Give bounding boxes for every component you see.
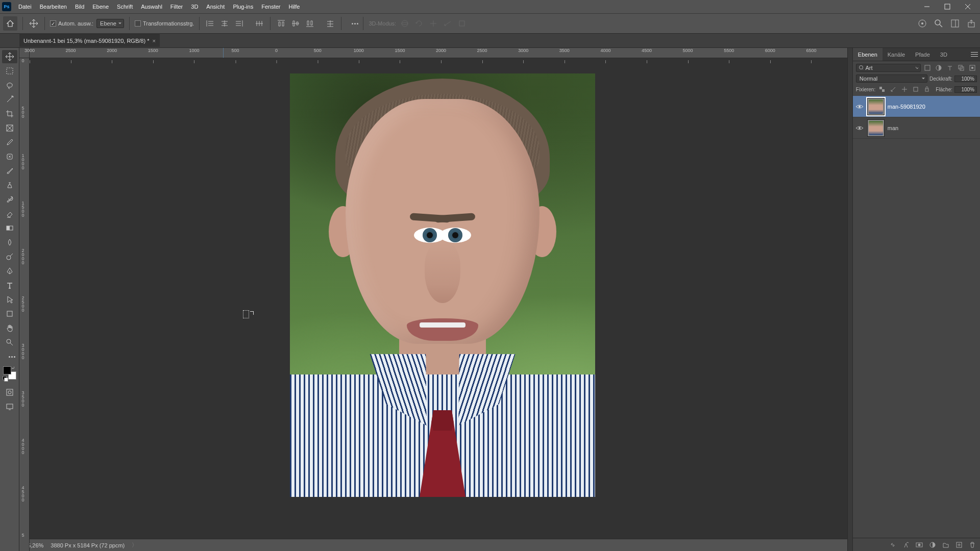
align-right-icon[interactable] xyxy=(233,18,244,29)
layer-mask-icon[interactable] xyxy=(915,540,924,549)
align-bottom-icon[interactable] xyxy=(304,18,315,29)
layer-filter-search[interactable] xyxy=(856,64,921,72)
foreground-color-swatch[interactable] xyxy=(3,366,11,374)
marquee-tool[interactable] xyxy=(2,64,17,78)
panel-menu-icon[interactable] xyxy=(969,48,980,61)
zoom-tool[interactable] xyxy=(2,336,17,349)
auto-select-checkbox[interactable]: Autom. ausw.: xyxy=(50,20,93,27)
move-tool[interactable] xyxy=(2,50,17,63)
canvas-area[interactable]: 3000250020001500100050005001000150020002… xyxy=(19,48,847,551)
status-flyout-icon[interactable]: 〉 xyxy=(132,541,137,549)
distribute-h-icon[interactable] xyxy=(254,18,265,29)
crop-tool[interactable] xyxy=(2,107,17,120)
cloud-docs-icon[interactable] xyxy=(917,18,928,29)
delete-layer-icon[interactable] xyxy=(968,540,977,549)
layer-name[interactable]: man xyxy=(888,125,898,131)
menu-file[interactable]: Datei xyxy=(14,0,36,13)
visibility-toggle-icon[interactable] xyxy=(855,102,864,111)
lock-transparency-icon[interactable] xyxy=(877,85,887,94)
filter-pixel-icon[interactable] xyxy=(923,63,932,72)
document-image[interactable] xyxy=(290,73,595,497)
path-selection-tool[interactable] xyxy=(2,293,17,306)
menu-layer[interactable]: Ebene xyxy=(88,0,113,13)
quick-mask-icon[interactable] xyxy=(2,386,17,399)
menu-edit[interactable]: Bearbeiten xyxy=(36,0,71,13)
filter-smart-icon[interactable] xyxy=(968,63,977,72)
lock-pixels-icon[interactable] xyxy=(889,85,898,94)
group-icon[interactable] xyxy=(941,540,950,549)
more-align-icon[interactable] xyxy=(347,18,358,29)
color-swatches[interactable]: ⤾ xyxy=(3,366,16,380)
brush-tool[interactable] xyxy=(2,164,17,178)
home-button[interactable] xyxy=(3,16,17,31)
collapsed-panel-strip[interactable] xyxy=(847,48,852,551)
lasso-tool[interactable] xyxy=(2,79,17,92)
opacity-value[interactable]: 100% xyxy=(954,76,977,82)
filter-type-icon[interactable] xyxy=(945,63,954,72)
shape-tool[interactable] xyxy=(2,307,17,320)
menu-help[interactable]: Hilfe xyxy=(284,0,304,13)
lock-all-icon[interactable] xyxy=(922,85,932,94)
tab-layers[interactable]: Ebenen xyxy=(853,48,883,61)
gradient-tool[interactable] xyxy=(2,221,17,235)
document-tab[interactable]: Unbenannt-1 bei 15,3% (man-59081920, RGB… xyxy=(19,34,160,47)
edit-toolbar-icon[interactable] xyxy=(2,350,17,363)
document-info[interactable]: 3880 Px x 5184 Px (72 ppcm) xyxy=(51,542,125,548)
tab-channels[interactable]: Kanäle xyxy=(883,48,910,61)
menu-type[interactable]: Schrift xyxy=(113,0,137,13)
layer-row[interactable]: man-59081920 xyxy=(853,96,980,117)
layer-thumbnail[interactable] xyxy=(867,119,885,137)
align-center-h-icon[interactable] xyxy=(219,18,230,29)
link-layers-icon[interactable] xyxy=(888,540,897,549)
horizontal-ruler[interactable]: 3000250020001500100050005001000150020002… xyxy=(30,48,847,58)
auto-select-target-dropdown[interactable]: Ebene xyxy=(96,19,124,28)
window-minimize-button[interactable] xyxy=(917,0,937,13)
menu-view[interactable]: Ansicht xyxy=(202,0,229,13)
menu-3d[interactable]: 3D xyxy=(187,0,202,13)
new-layer-icon[interactable] xyxy=(954,540,964,549)
frame-tool[interactable] xyxy=(2,121,17,135)
lock-artboard-icon[interactable] xyxy=(911,85,920,94)
lock-position-icon[interactable] xyxy=(900,85,909,94)
layer-name[interactable]: man-59081920 xyxy=(888,104,925,110)
fill-value[interactable]: 100% xyxy=(954,86,977,93)
vertical-ruler[interactable]: 0500100015002000250030003500400045005 xyxy=(19,58,30,551)
search-icon[interactable] xyxy=(933,18,944,29)
layer-filter-input[interactable] xyxy=(865,65,913,71)
wand-tool[interactable] xyxy=(2,93,17,106)
healing-brush-tool[interactable] xyxy=(2,150,17,163)
dodge-tool[interactable] xyxy=(2,250,17,263)
canvas[interactable] xyxy=(30,58,847,539)
workspace-icon[interactable] xyxy=(949,18,961,29)
eraser-tool[interactable] xyxy=(2,207,17,220)
layer-row[interactable]: man xyxy=(853,117,980,139)
layer-style-icon[interactable] xyxy=(901,540,911,549)
history-brush-tool[interactable] xyxy=(2,193,17,206)
default-colors-icon[interactable] xyxy=(3,376,7,380)
menu-image[interactable]: Bild xyxy=(71,0,88,13)
blur-tool[interactable] xyxy=(2,236,17,249)
adjustment-layer-icon[interactable] xyxy=(928,540,937,549)
window-close-button[interactable] xyxy=(958,0,978,13)
menu-select[interactable]: Auswahl xyxy=(137,0,166,13)
menu-plugins[interactable]: Plug-ins xyxy=(229,0,257,13)
window-maximize-button[interactable] xyxy=(937,0,958,13)
swap-colors-icon[interactable]: ⤾ xyxy=(11,365,17,371)
distribute-v-icon[interactable] xyxy=(325,18,336,29)
align-left-icon[interactable] xyxy=(205,18,216,29)
hand-tool[interactable] xyxy=(2,321,17,335)
clone-stamp-tool[interactable] xyxy=(2,179,17,192)
share-icon[interactable] xyxy=(966,18,977,29)
filter-adjust-icon[interactable] xyxy=(934,63,943,72)
transform-controls-checkbox[interactable]: Transformationsstrg. xyxy=(135,20,194,27)
layer-thumbnail[interactable] xyxy=(867,98,885,115)
tab-3d[interactable]: 3D xyxy=(935,48,952,61)
menu-window[interactable]: Fenster xyxy=(257,0,284,13)
close-tab-icon[interactable]: × xyxy=(152,35,155,47)
align-center-v-icon[interactable] xyxy=(290,18,301,29)
filter-shape-icon[interactable] xyxy=(957,63,966,72)
align-top-icon[interactable] xyxy=(276,18,287,29)
screen-mode-icon[interactable] xyxy=(2,400,17,413)
layers-list[interactable]: man-59081920 man xyxy=(853,96,980,538)
visibility-toggle-icon[interactable] xyxy=(855,123,864,133)
